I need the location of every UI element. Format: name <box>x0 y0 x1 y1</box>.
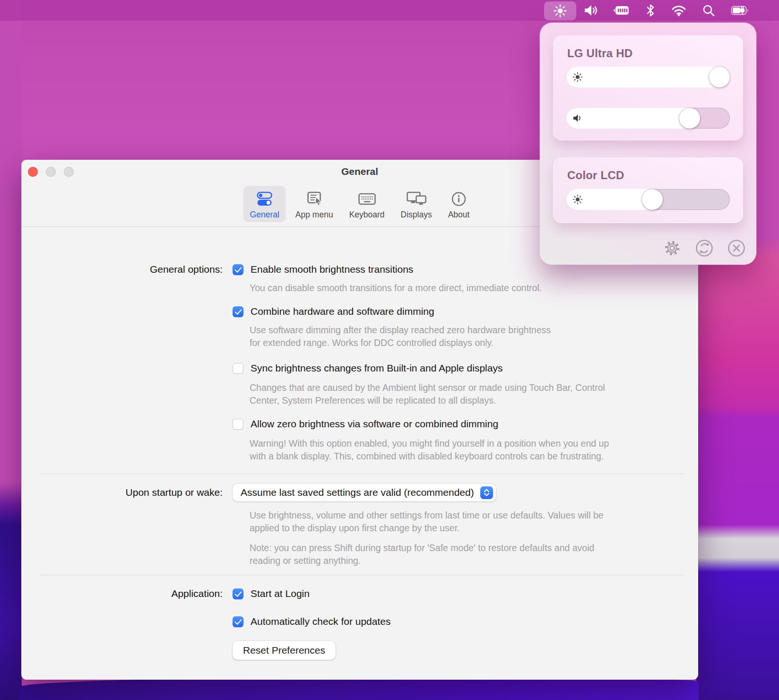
display-name: Color LCD <box>553 157 743 182</box>
speaker-icon <box>583 4 598 17</box>
help-text: Use brightness, volume and other setting… <box>21 509 698 535</box>
checkbox-start-at-login[interactable] <box>233 588 243 599</box>
tab-label: About <box>448 210 470 220</box>
settings-content: General options: Enable smooth brightnes… <box>21 227 698 660</box>
startup-row: Upon startup or wake: Assume last saved … <box>21 484 698 501</box>
keyboard-icon <box>356 190 378 208</box>
checkbox-label: Start at Login <box>251 588 310 599</box>
tab-label: Displays <box>401 210 432 220</box>
battery-charging-icon <box>731 5 750 16</box>
sun-icon <box>553 4 567 18</box>
option-row-auto-updates: Automatically check for updates <box>21 615 698 628</box>
help-text: You can disable smooth transitions for a… <box>21 282 698 294</box>
wifi-icon <box>671 5 686 17</box>
option-row-zero-brightness: Allow zero brightness via software or co… <box>21 417 698 431</box>
display-control-popover: LG Ultra HD <box>540 23 756 265</box>
desktop: General General <box>0 0 779 700</box>
checkbox-label: Allow zero brightness via software or co… <box>251 418 498 430</box>
slider-fill <box>566 67 730 87</box>
help-text-warning: Warning! With this option enabled, you m… <box>21 437 698 463</box>
section-label-startup: Upon startup or wake: <box>21 487 223 498</box>
plug-glyph <box>740 7 744 15</box>
displays-icon <box>405 190 428 208</box>
tab-displays[interactable]: Displays <box>394 186 439 222</box>
section-divider <box>39 474 684 474</box>
brightness-menu-icon[interactable] <box>544 1 576 20</box>
keyboard-brightness-menu-icon[interactable] <box>614 0 630 21</box>
tab-keyboard[interactable]: Keyboard <box>343 186 391 222</box>
menu-bar <box>0 0 779 21</box>
option-row-sync-brightness: Sync brightness changes from Built-in an… <box>21 362 698 375</box>
checkbox-label: Combine hardware and software dimming <box>251 306 434 317</box>
option-row-smooth-transitions: General options: Enable smooth brightnes… <box>21 263 698 276</box>
tab-app-menu[interactable]: App menu <box>289 186 340 222</box>
toggles-icon <box>254 190 276 208</box>
brightness-slider-color-lcd[interactable] <box>566 189 730 210</box>
display-name: LG Ultra HD <box>553 35 743 60</box>
note-text: Note: you can press Shift during startup… <box>21 542 698 567</box>
sun-icon <box>572 72 583 82</box>
bluetooth-menu-icon[interactable] <box>645 0 656 21</box>
popover-actions <box>661 237 747 259</box>
slider-knob[interactable] <box>642 189 663 210</box>
checkbox-label: Automatically check for updates <box>251 616 390 627</box>
checkbox-label: Sync brightness changes from Built-in an… <box>251 363 502 374</box>
close-popover-button[interactable] <box>726 237 747 259</box>
wallpaper-bottom-wave <box>19 677 699 700</box>
battery-menu-icon[interactable] <box>731 0 750 21</box>
checkbox-sync-brightness[interactable] <box>233 363 243 374</box>
restart-button[interactable] <box>693 237 715 259</box>
slider-knob[interactable] <box>709 67 730 87</box>
help-text: Changes that are caused by the Ambient l… <box>21 381 698 407</box>
menu-cursor-icon <box>304 190 325 208</box>
keyboard-backlight-icon <box>614 4 630 17</box>
section-divider <box>39 575 684 575</box>
tab-label: App menu <box>295 210 333 220</box>
menu-bar-status-icons <box>553 0 750 21</box>
magnifier-icon <box>702 4 715 17</box>
option-row-combine-dimming: Combine hardware and software dimming <box>21 305 698 318</box>
checkbox-combine-dimming[interactable] <box>233 306 243 317</box>
tab-about[interactable]: About <box>441 186 476 222</box>
tab-general[interactable]: General <box>243 186 286 222</box>
wallpaper-left-waves <box>0 0 22 700</box>
info-icon <box>451 190 467 208</box>
refresh-icon <box>693 237 715 259</box>
checkbox-smooth-transitions[interactable] <box>233 264 243 275</box>
toolbar-tabs: General App <box>243 186 476 222</box>
brightness-slider-lg[interactable] <box>566 67 730 87</box>
section-label-application: Application: <box>21 588 223 599</box>
help-text: Use software dimming after the display r… <box>21 324 698 349</box>
close-icon <box>726 237 747 259</box>
display-card-color-lcd: Color LCD <box>553 157 743 223</box>
reset-preferences-button[interactable]: Reset Preferences <box>233 641 336 660</box>
tab-label: General <box>250 210 279 220</box>
startup-behavior-select[interactable]: Assume last saved settings are valid (re… <box>233 484 496 501</box>
sun-icon <box>572 194 583 205</box>
bluetooth-icon <box>645 3 656 17</box>
checkbox-auto-updates[interactable] <box>233 616 243 627</box>
option-row-start-at-login: Application: Start at Login <box>21 587 698 600</box>
tab-label: Keyboard <box>349 210 385 220</box>
chevron-up-down-icon <box>480 486 493 499</box>
speaker-icon <box>572 113 583 123</box>
search-menu-icon[interactable] <box>702 0 715 21</box>
startup-behavior-value: Assume last saved settings are valid (re… <box>241 487 474 498</box>
wifi-menu-icon[interactable] <box>671 0 686 21</box>
display-card-lg-ultra-hd: LG Ultra HD <box>553 35 743 140</box>
gear-icon <box>662 238 682 258</box>
checkbox-label: Enable smooth brightness transitions <box>251 264 413 275</box>
section-label-general-options: General options: <box>21 264 223 275</box>
settings-gear-button[interactable] <box>661 237 683 259</box>
volume-menu-icon[interactable] <box>583 0 598 21</box>
checkbox-zero-brightness[interactable] <box>233 419 243 430</box>
slider-knob[interactable] <box>679 108 700 129</box>
volume-slider-lg[interactable] <box>566 108 730 129</box>
